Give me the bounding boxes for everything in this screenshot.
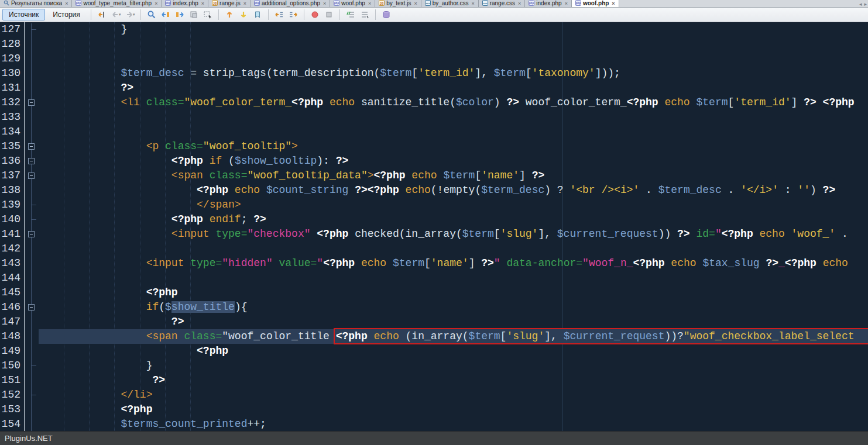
stop-macro-button[interactable] [323, 8, 335, 21]
code-line-139[interactable]: 139</span> [0, 198, 868, 212]
code-text[interactable]: ?> [39, 373, 868, 388]
code-editor[interactable]: 127}128129130$term_desc = strip_tags(ter… [0, 22, 868, 431]
last-edit-position-button[interactable] [95, 8, 108, 21]
code-line-149[interactable]: 149<?php [0, 344, 868, 358]
code-line-148[interactable]: 148<span class="woof_color_title <?php e… [0, 329, 868, 344]
code-line-132[interactable]: 132<li class="woof_color_term_<?php echo… [0, 95, 868, 110]
code-text[interactable]: if($show_title){ [39, 300, 868, 315]
close-icon[interactable]: × [201, 0, 204, 7]
tab-Результаты-поиска[interactable]: Результаты поиска× [0, 0, 72, 7]
tab-additional_options.php[interactable]: phpadditional_options.php× [251, 0, 330, 7]
code-text[interactable]: <span class="woof_tooltip_data"><?php ec… [39, 168, 868, 183]
fold-marker-icon[interactable] [28, 99, 35, 106]
back-button[interactable]: ▾ [109, 8, 122, 21]
code-text[interactable]: <p class="woof_tooltip"> [39, 139, 868, 154]
code-text[interactable] [39, 110, 868, 125]
find-previous-button[interactable] [159, 8, 172, 21]
code-line-134[interactable]: 134 [0, 125, 868, 139]
tab-index.php[interactable]: phpindex.php× [525, 0, 572, 7]
history-view-button[interactable]: История [46, 9, 87, 20]
code-line-136[interactable]: 136<?php if ($show_tooltip): ?> [0, 154, 868, 168]
code-line-131[interactable]: 131?> [0, 81, 868, 95]
tab-woof_type_meta_filter.php[interactable]: phpwoof_type_meta_filter.php× [72, 0, 162, 7]
fold-marker-icon[interactable] [28, 158, 35, 164]
code-text[interactable]: $terms_count_printed++; [39, 417, 868, 431]
code-text[interactable] [39, 37, 868, 51]
dropdown-caret-icon[interactable]: ▾ [133, 12, 135, 17]
code-text[interactable]: </li> [39, 388, 868, 402]
tab-range.css[interactable]: cssrange.css× [479, 0, 526, 7]
scroll-tabs-left-icon[interactable]: ◂ [859, 1, 862, 7]
code-text[interactable]: ?> [39, 81, 868, 95]
dropdown-caret-icon[interactable]: ▾ [119, 12, 121, 17]
find-button[interactable] [145, 8, 158, 21]
tab-woof.php[interactable]: phpwoof.php× [330, 0, 375, 7]
code-line-150[interactable]: 150} [0, 358, 868, 373]
tab-index.php[interactable]: phpindex.php× [162, 0, 208, 7]
code-line-133[interactable]: 133 [0, 110, 868, 125]
tab-woof.php[interactable]: phpwoof.php× [572, 0, 619, 7]
code-text[interactable]: <li class="woof_color_term_<?php echo sa… [39, 95, 868, 110]
code-text[interactable]: } [39, 358, 868, 373]
code-text[interactable]: <?php [39, 285, 868, 300]
code-line-144[interactable]: 144 [0, 271, 868, 285]
code-line-153[interactable]: 153<?php [0, 402, 868, 417]
code-line-135[interactable]: 135<p class="woof_tooltip"> [0, 139, 868, 154]
source-view-button[interactable]: Источник [2, 9, 45, 20]
code-line-129[interactable]: 129 [0, 51, 868, 66]
uncomment-button[interactable] [358, 8, 371, 21]
code-line-151[interactable]: 151?> [0, 373, 868, 388]
code-text[interactable]: } [39, 22, 868, 37]
code-text[interactable]: <?php endif; ?> [39, 212, 868, 227]
code-line-142[interactable]: 142 [0, 242, 868, 256]
close-icon[interactable]: × [565, 0, 568, 7]
close-icon[interactable]: × [65, 0, 68, 7]
code-text[interactable] [39, 242, 868, 256]
scroll-tabs-right-icon[interactable]: ▸ [864, 1, 867, 7]
code-text[interactable]: <?php [39, 344, 868, 358]
next-bookmark-button[interactable] [237, 8, 250, 21]
code-text[interactable]: ?> [39, 315, 868, 329]
rectangular-selection-button[interactable] [201, 8, 214, 21]
code-line-146[interactable]: 146if($show_title){ [0, 300, 868, 315]
code-text[interactable] [39, 271, 868, 285]
code-line-138[interactable]: 138<?php echo $count_string ?><?php echo… [0, 183, 868, 198]
code-text[interactable]: </span> [39, 198, 868, 212]
code-text[interactable]: <?php echo $count_string ?><?php echo(!e… [39, 183, 868, 198]
code-text[interactable]: <?php if ($show_tooltip): ?> [39, 154, 868, 168]
code-text[interactable]: <span class="woof_color_title <?php echo… [39, 329, 868, 344]
close-icon[interactable]: × [243, 0, 246, 7]
code-line-145[interactable]: 145<?php [0, 285, 868, 300]
code-text[interactable] [39, 51, 868, 66]
code-text[interactable]: <?php [39, 402, 868, 417]
code-line-140[interactable]: 140<?php endif; ?> [0, 212, 868, 227]
fold-marker-icon[interactable] [28, 304, 35, 311]
tab-by_text.js[interactable]: JSby_text.js× [375, 0, 421, 7]
fold-marker-icon[interactable] [28, 231, 35, 237]
code-line-143[interactable]: 143<input type="hidden" value="<?php ech… [0, 256, 868, 271]
comment-button[interactable] [344, 8, 357, 21]
fold-marker-icon[interactable] [28, 143, 35, 150]
code-line-154[interactable]: 154$terms_count_printed++; [0, 417, 868, 431]
close-icon[interactable]: × [414, 0, 417, 7]
database-button[interactable] [380, 8, 393, 21]
close-icon[interactable]: × [155, 0, 157, 7]
code-text[interactable]: <input type="hidden" value="<?php echo $… [39, 256, 868, 271]
find-next-button[interactable] [173, 8, 186, 21]
tab-scroll-arrows[interactable]: ◂▸ [859, 0, 867, 8]
close-icon[interactable]: × [323, 0, 326, 7]
close-icon[interactable]: × [518, 0, 521, 7]
code-line-147[interactable]: 147?> [0, 315, 868, 329]
shift-line-right-button[interactable] [287, 8, 300, 21]
code-line-152[interactable]: 152</li> [0, 388, 868, 402]
code-line-141[interactable]: 141<input type="checkbox" <?php checked(… [0, 227, 868, 242]
toggle-highlight-button[interactable] [187, 8, 200, 21]
forward-button[interactable]: ▾ [123, 8, 136, 21]
tab-by_author.css[interactable]: cssby_author.css× [421, 0, 479, 7]
close-icon[interactable]: × [471, 0, 474, 7]
code-text[interactable] [39, 125, 868, 139]
previous-bookmark-button[interactable] [223, 8, 236, 21]
shift-line-left-button[interactable] [273, 8, 286, 21]
code-line-130[interactable]: 130$term_desc = strip_tags(term_descript… [0, 66, 868, 81]
code-line-127[interactable]: 127} [0, 22, 868, 37]
